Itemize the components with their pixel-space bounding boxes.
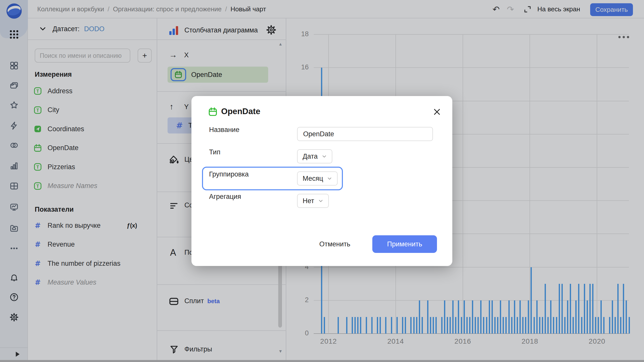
- apply-button[interactable]: Применить: [372, 235, 437, 253]
- close-icon[interactable]: [433, 108, 441, 116]
- grouping-field-label: Группировка: [209, 170, 249, 178]
- name-field-label: Название: [209, 126, 239, 134]
- aggregation-select-value: Нет: [303, 197, 314, 205]
- chevron-down-icon: [322, 154, 327, 159]
- grouping-select[interactable]: Месяц: [297, 171, 338, 186]
- aggregation-field-label: Агрегация: [209, 193, 241, 201]
- grouping-select-value: Месяц: [303, 175, 323, 183]
- cancel-button[interactable]: Отменить: [316, 236, 353, 252]
- type-select-value: Дата: [303, 153, 318, 160]
- dialog-title: OpenDate: [221, 107, 260, 116]
- type-field-label: Тип: [209, 148, 220, 156]
- chevron-down-icon: [318, 198, 323, 203]
- name-input[interactable]: [297, 127, 433, 141]
- aggregation-select[interactable]: Нет: [297, 194, 329, 208]
- app-root: Коллекции и воркбуки / Организации: спро…: [0, 0, 644, 362]
- chevron-down-icon: [327, 176, 332, 181]
- field-date-icon: [208, 107, 218, 117]
- type-select[interactable]: Дата: [297, 149, 332, 163]
- field-settings-dialog: OpenDate Название Тип Дата Группировка М…: [191, 96, 452, 266]
